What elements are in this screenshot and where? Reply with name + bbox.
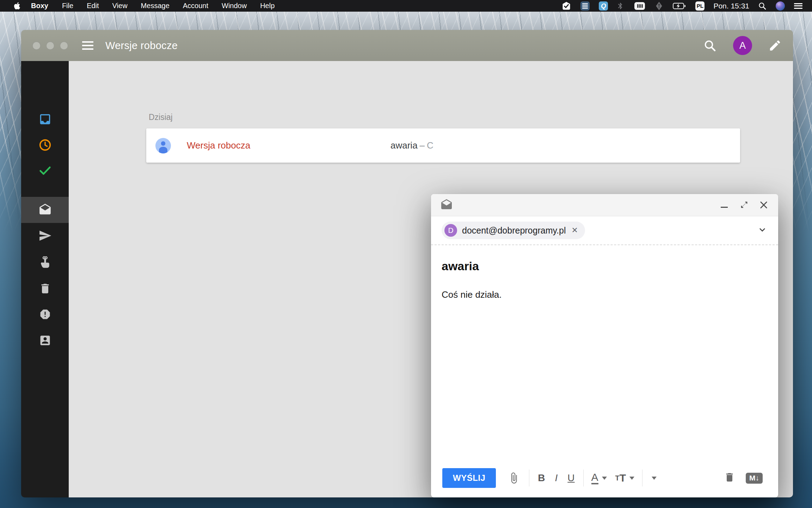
sender-avatar [155,138,171,153]
bars-widget-icon[interactable] [629,0,650,12]
draft-list-item[interactable]: Wersja robocza awaria–C [146,128,740,163]
notification-center-icon[interactable] [789,0,807,12]
compose-header[interactable] [431,194,778,216]
search-icon[interactable] [703,38,717,53]
compose-toolbar: WYŚLIJ B I U A T T M↓ [431,468,778,497]
inbox-icon [38,113,52,126]
sidebar-item-trash[interactable] [21,276,69,302]
sidebar-item-done[interactable] [21,157,69,183]
sidebar [21,61,69,497]
zoom-window-button[interactable] [60,42,68,50]
account-avatar-initial: A [739,40,746,51]
bluetooth-icon[interactable] [613,0,629,12]
close-window-button[interactable] [32,42,41,50]
compose-expand-button[interactable] [739,200,749,210]
trash-icon [724,472,735,483]
sidebar-item-drafts[interactable] [21,197,69,223]
checkmark-icon [38,163,52,177]
close-icon [759,200,769,210]
text-color-label: A [591,472,598,484]
menu-item-edit[interactable]: Edit [80,2,105,10]
bold-button[interactable]: B [533,472,550,484]
markdown-button[interactable]: M↓ [746,473,763,484]
recipient-avatar-initial: D [448,226,453,235]
sidebar-item-inbox[interactable] [21,106,69,132]
send-button[interactable]: WYŚLIJ [442,468,496,488]
account-avatar[interactable]: A [733,36,752,55]
boxy-check-icon[interactable] [557,0,576,12]
sidebar-item-contacts[interactable] [21,327,69,353]
q-letter: Q [601,2,606,10]
menu-app-name[interactable]: Boxy [24,2,55,10]
compose-body-field[interactable]: Coś nie działa. [431,273,778,468]
menu-item-window[interactable]: Window [215,2,253,10]
navy-list-icon[interactable] [576,0,594,12]
italic-button[interactable]: I [550,472,563,484]
chevron-down-icon [652,477,657,480]
drafts-icon [38,203,52,217]
sidebar-item-sent[interactable] [21,223,69,249]
chevron-down-icon [629,477,634,480]
recipient-row[interactable]: D docent@dobreprogramy.pl ✕ [431,216,778,245]
text-size-small-label: T [615,474,620,482]
toolbar-divider [583,470,584,486]
input-source-badge[interactable]: PL [691,0,709,12]
siri-icon[interactable] [771,0,789,12]
menu-item-account[interactable]: Account [176,2,215,10]
draft-sender: Wersja robocza [187,140,250,151]
menu-items: FileEditViewMessageAccountWindowHelp [55,2,281,10]
minimize-window-button[interactable] [46,42,54,50]
remove-recipient-icon[interactable]: ✕ [572,226,578,235]
sidebar-item-spam[interactable] [21,301,69,327]
menu-item-view[interactable]: View [106,2,134,10]
battery-charging-icon[interactable] [668,0,691,12]
compose-close-button[interactable] [758,200,769,210]
menu-item-help[interactable]: Help [253,2,281,10]
text-color-button[interactable]: A [587,472,611,484]
clock-icon [38,138,52,152]
recipient-email: docent@dobreprogramy.pl [462,225,566,236]
person-icon [155,138,171,153]
minimize-icon [721,207,728,208]
trash-icon [39,282,51,295]
recipient-chip[interactable]: D docent@dobreprogramy.pl ✕ [442,222,585,239]
menu-bar: Boxy FileEditViewMessageAccountWindowHel… [0,0,812,12]
apple-menu-icon[interactable] [10,2,24,10]
recipient-avatar: D [444,224,457,237]
draft-snippet: C [427,140,433,151]
text-size-button[interactable]: T T [611,472,639,484]
draft-separator: – [418,140,427,151]
diamond-arrow-icon[interactable] [650,0,668,12]
contacts-icon [39,334,51,347]
toolbar-divider [529,470,529,486]
compose-icon[interactable] [768,39,782,52]
menu-item-message[interactable]: Message [134,2,176,10]
underline-button[interactable]: U [562,472,579,484]
sidebar-item-settings[interactable] [21,494,69,497]
page-title: Wersje robocze [105,40,178,52]
menu-clock[interactable]: Pon. 15:31 [709,2,753,10]
hamburger-menu-icon[interactable] [82,41,93,50]
compose-window: D docent@dobreprogramy.pl ✕ awaria Coś n… [431,194,778,497]
expand-icon [739,200,749,210]
send-icon [38,229,52,242]
section-label: Dzisiaj [149,113,173,122]
attach-button[interactable] [502,472,525,484]
more-formatting-button[interactable] [646,477,661,480]
sidebar-item-snoozed[interactable] [21,132,69,158]
window-title-bar[interactable]: Wersje robocze A [21,30,793,61]
compose-minimize-button[interactable] [719,200,730,210]
discard-draft-button[interactable] [724,472,735,484]
text-size-big-label: T [620,472,626,484]
spotlight-search-icon[interactable] [753,0,771,12]
reminder-hand-icon [38,256,52,270]
spam-octagon-icon [39,308,51,321]
toolbar-divider [642,470,642,486]
q-app-icon[interactable]: Q [594,0,613,12]
compose-subject-field[interactable]: awaria [431,245,778,273]
recipients-chevron-down-icon[interactable] [757,224,768,236]
menu-item-file[interactable]: File [55,2,80,10]
draft-subject-line: awaria–C [390,140,433,151]
sidebar-item-reminders[interactable] [21,250,69,276]
paperclip-icon [508,472,520,484]
